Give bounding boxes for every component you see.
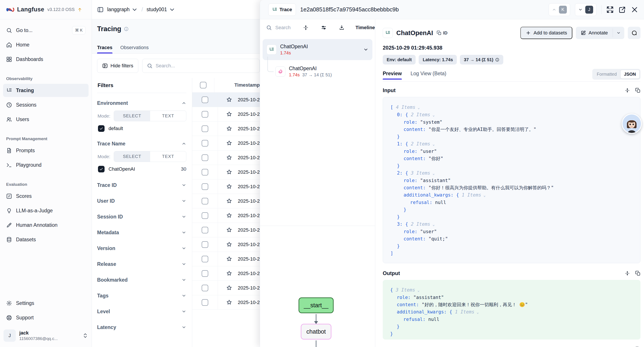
row-checkbox[interactable] <box>202 140 208 147</box>
copy-icon[interactable] <box>635 271 640 276</box>
filter-section-version[interactable]: Version <box>97 240 186 256</box>
format-toggle[interactable]: Formatted JSON <box>592 69 640 80</box>
row-checkbox[interactable] <box>200 82 206 88</box>
graph-node-chatbot[interactable]: chatbot <box>301 324 332 339</box>
copy-icon[interactable] <box>437 31 442 35</box>
annotate-dropdown-button[interactable] <box>613 27 624 39</box>
hide-filters-button[interactable]: Hide filters <box>97 59 138 73</box>
sidebar-item-support[interactable]: Support <box>3 311 88 324</box>
table-row[interactable]: 2025-10-2 <box>192 165 260 179</box>
filter-section-trace-name[interactable]: Trace Name <box>97 137 186 151</box>
bookmark-star-icon[interactable] <box>226 256 232 262</box>
table-row[interactable]: 2025-10-2 <box>192 223 260 237</box>
table-row[interactable]: 2025-10-2 <box>192 295 260 310</box>
bookmark-star-icon[interactable] <box>226 155 232 161</box>
tab-preview[interactable]: Preview <box>383 71 402 80</box>
checkbox-checked[interactable] <box>98 125 104 132</box>
sidebar-item-datasets[interactable]: Datasets <box>3 233 88 246</box>
filter-section-session-id[interactable]: Session ID <box>97 209 186 225</box>
bookmark-star-icon[interactable] <box>226 285 232 291</box>
sidebar-item-sessions[interactable]: Sessions <box>3 98 88 111</box>
download-icon[interactable] <box>339 25 344 31</box>
bookmark-star-icon[interactable] <box>226 198 232 204</box>
sidebar-item-prompts[interactable]: Prompts <box>3 144 88 157</box>
output-json-viewer[interactable]: { 3 Items ⌄role: "assistant"content: "好的… <box>383 280 640 339</box>
sidebar-toggle-icon[interactable] <box>97 6 104 13</box>
bookmark-star-icon[interactable] <box>226 169 232 175</box>
filter-section-release[interactable]: Release <box>97 256 186 272</box>
table-row[interactable]: 2025-10-2 <box>192 122 260 136</box>
table-row[interactable]: 2025-10-2 <box>192 179 260 194</box>
assistant-avatar[interactable] <box>622 114 642 134</box>
chevron-down-icon[interactable] <box>363 47 368 52</box>
row-checkbox[interactable] <box>202 227 208 233</box>
next-trace-button[interactable]: J <box>575 3 596 16</box>
trace-name-option-chatopenai[interactable]: ChatOpenAI 30 <box>98 166 186 172</box>
row-checkbox[interactable] <box>202 256 208 262</box>
bookmark-star-icon[interactable] <box>226 270 232 276</box>
breadcrumb-project[interactable]: study001 <box>147 6 175 13</box>
bookmark-star-icon[interactable] <box>226 140 232 146</box>
bookmark-star-icon[interactable] <box>226 299 232 305</box>
table-row[interactable]: 2025-10-2 <box>192 208 260 223</box>
filter-section-user-id[interactable]: User ID <box>97 193 186 209</box>
collapse-icon[interactable] <box>625 271 630 276</box>
row-checkbox[interactable] <box>202 285 208 291</box>
upgrade-arrow-icon[interactable] <box>78 7 82 12</box>
tab-traces[interactable]: Traces <box>97 45 112 54</box>
copy-icon[interactable] <box>635 88 640 93</box>
format-formatted[interactable]: Formatted <box>593 70 620 79</box>
sidebar-item-home[interactable]: Home <box>3 38 88 51</box>
row-checkbox[interactable] <box>202 154 208 161</box>
sidebar-item-tracing[interactable]: Tracing <box>3 84 88 97</box>
copy-id-control[interactable]: ID <box>437 31 448 36</box>
tree-search-placeholder[interactable]: Search <box>275 25 291 31</box>
table-row[interactable]: 2025-10-2 <box>192 136 260 150</box>
filter-section-trace-id[interactable]: Trace ID <box>97 177 186 193</box>
sidebar-item-playground[interactable]: Playground <box>3 158 88 172</box>
info-icon[interactable] <box>495 58 499 62</box>
row-checkbox[interactable] <box>202 212 208 219</box>
checkbox-checked[interactable] <box>98 166 104 172</box>
bookmark-star-icon[interactable] <box>226 227 232 233</box>
row-checkbox[interactable] <box>202 169 208 175</box>
tree-node-generation[interactable]: ChatOpenAI 1.74s37 → 14 (Σ 51) <box>275 62 372 81</box>
user-menu-chevrons-icon[interactable] <box>82 333 88 338</box>
sidebar-item-users[interactable]: Users <box>3 113 88 126</box>
trace-name-mode-toggle[interactable]: SELECTTEXT <box>114 151 186 162</box>
table-row[interactable]: 2025-10-2 <box>192 194 260 208</box>
table-row[interactable]: 2025-10-2 <box>192 237 260 252</box>
agent-graph[interactable]: __start__ chatbot __end__ <box>260 226 375 347</box>
sidebar-item-settings[interactable]: Settings <box>3 296 88 310</box>
row-checkbox[interactable] <box>202 125 208 132</box>
row-checkbox[interactable] <box>202 97 208 103</box>
input-json-viewer[interactable]: [ 4 Items ⌄0: { 2 Items ⌄role: "system"c… <box>383 97 640 263</box>
bookmark-star-icon[interactable] <box>226 241 232 247</box>
bookmark-star-icon[interactable] <box>226 111 232 117</box>
row-checkbox[interactable] <box>202 183 208 190</box>
sidebar-item-dashboards[interactable]: Dashboards <box>3 53 88 66</box>
expand-icon[interactable] <box>606 6 614 13</box>
open-in-new-icon[interactable] <box>618 6 626 13</box>
filter-section-level[interactable]: Level <box>97 303 186 319</box>
search-input[interactable]: Search... <box>142 59 260 73</box>
sidebar-item-go-to[interactable]: Go to...⌘ K <box>3 24 88 37</box>
comments-button[interactable] <box>628 27 640 39</box>
table-row[interactable]: 2025-10-2 <box>192 107 260 122</box>
bookmark-star-icon[interactable] <box>226 97 232 103</box>
row-checkbox[interactable] <box>202 198 208 204</box>
table-row[interactable]: 2025-10-2 <box>192 150 260 165</box>
filter-section-tags[interactable]: Tags <box>97 288 186 303</box>
tab-log-view[interactable]: Log View (Beta) <box>410 71 446 80</box>
settings-sliders-icon[interactable] <box>321 25 326 31</box>
collapse-all-icon[interactable] <box>303 25 309 31</box>
table-row[interactable]: 2025-10-2 <box>192 93 260 107</box>
close-icon[interactable] <box>631 6 638 13</box>
breadcrumb-org[interactable]: langgraph <box>107 6 138 13</box>
sidebar-item-human-annotation[interactable]: Human Annotation <box>3 218 88 232</box>
user-menu[interactable]: J jack 1156007386@qq.c... <box>0 325 92 347</box>
sidebar-item-llm-as-a-judge[interactable]: LLM-as-a-Judge <box>3 204 88 217</box>
filter-section-bookmarked[interactable]: Bookmarked <box>97 272 186 288</box>
bookmark-star-icon[interactable] <box>226 184 232 190</box>
graph-node-start[interactable]: __start__ <box>298 297 334 313</box>
